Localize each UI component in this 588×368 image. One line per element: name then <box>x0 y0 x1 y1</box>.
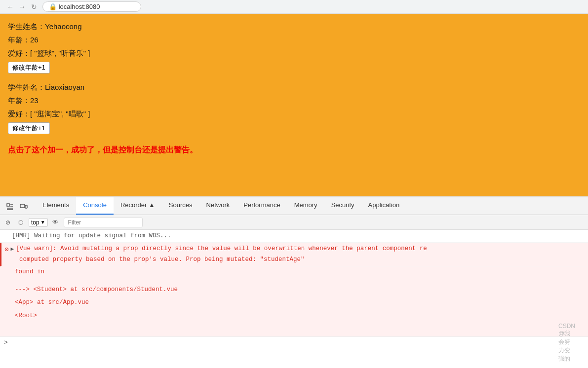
back-button[interactable]: ← <box>6 2 15 11</box>
pause-on-exceptions-icon[interactable]: ⬡ <box>16 218 26 227</box>
inspect-element-icon[interactable] <box>4 201 16 213</box>
student2-block: 学生姓名：Liaoxiaoyan 年龄：23 爱好：[ "逛淘宝", "唱歌" … <box>8 80 580 140</box>
devtools-panel: Elements Console Recorder ▲ Sources Netw… <box>0 196 588 368</box>
student1-age: 年龄：26 <box>8 33 580 46</box>
error-text-1: [Vue warn]: Avoid mutating a prop direct… <box>16 244 427 254</box>
browser-nav: ← → ↻ <box>6 2 39 11</box>
forward-button[interactable]: → <box>18 2 27 11</box>
console-error-block: ⊗ ▶ [Vue warn]: Avoid mutating a prop di… <box>0 243 588 266</box>
click-note: 点击了这个加一，成功了，但是控制台还是提出警告。 <box>8 145 580 155</box>
tab-network[interactable]: Network <box>199 197 237 215</box>
student1-block: 学生姓名：Yehaocong 年龄：26 爱好：[ "篮球", "听音乐" ] … <box>8 20 580 79</box>
svg-rect-6 <box>25 205 27 208</box>
reload-button[interactable]: ↻ <box>30 2 39 11</box>
show-live-expressions-icon[interactable]: 👁 <box>51 218 61 227</box>
console-output: [HMR] Waiting for update signal from WDS… <box>0 230 588 368</box>
tab-console[interactable]: Console <box>76 197 114 215</box>
console-hmr-line: [HMR] Waiting for update signal from WDS… <box>0 230 588 243</box>
student2-age: 年龄：23 <box>8 94 580 107</box>
tab-sources[interactable]: Sources <box>162 197 199 215</box>
tab-memory[interactable]: Memory <box>287 197 324 215</box>
address-bar[interactable]: 🔒 localhost:8080 <box>42 1 141 12</box>
student1-name: 学生姓名：Yehaocong <box>8 20 580 33</box>
error-row-main: ⊗ ▶ [Vue warn]: Avoid mutating a prop di… <box>4 244 584 255</box>
tab-security[interactable]: Security <box>324 197 361 215</box>
console-blank-line <box>0 275 588 284</box>
student2-modify-btn[interactable]: 修改年龄+1 <box>8 122 50 134</box>
console-prompt: > <box>4 339 8 346</box>
chevron-down-icon: ▼ <box>40 220 45 225</box>
console-stack-3: <Root> <box>0 310 588 324</box>
tab-elements[interactable]: Elements <box>36 197 76 215</box>
devtools-toolbar: ⊘ ⬡ top ▼ 👁 <box>0 215 588 230</box>
devtools-tabbar: Elements Console Recorder ▲ Sources Netw… <box>0 197 588 215</box>
svg-rect-0 <box>7 204 9 206</box>
page-content: 学生姓名：Yehaocong 年龄：26 爱好：[ "篮球", "听音乐" ] … <box>0 14 588 196</box>
console-stack-1: ---> <Student> at src/components/Student… <box>0 284 588 297</box>
console-stack-blank <box>0 323 588 336</box>
device-toolbar-icon[interactable] <box>18 201 30 213</box>
error-circle-icon: ⊗ <box>4 245 8 255</box>
error-text-2: computed property based on the prop's va… <box>19 256 305 263</box>
svg-rect-5 <box>20 204 25 208</box>
browser-bar: ← → ↻ 🔒 localhost:8080 <box>0 0 588 14</box>
student1-hobby: 爱好：[ "篮球", "听音乐" ] <box>8 46 580 60</box>
tab-application[interactable]: Application <box>361 197 407 215</box>
student2-hobby: 爱好：[ "逛淘宝", "唱歌" ] <box>8 107 580 120</box>
context-selector[interactable]: top ▼ <box>29 218 48 227</box>
student1-modify-btn[interactable]: 修改年龄+1 <box>8 62 50 74</box>
tab-performance[interactable]: Performance <box>236 197 287 215</box>
tab-recorder[interactable]: Recorder ▲ <box>114 197 162 215</box>
devtools-icons <box>4 201 30 215</box>
student2-name: 学生姓名：Liaoxiaoyan <box>8 80 580 94</box>
console-stack-2: <App> at src/App.vue <box>0 297 588 310</box>
console-found-in: found in <box>0 266 588 275</box>
console-filter-input[interactable] <box>64 218 143 227</box>
csdn-watermark: CSDN @我会努力变强的 <box>558 323 575 363</box>
console-input-line: > <box>0 336 588 348</box>
clear-console-icon[interactable]: ⊘ <box>3 218 13 227</box>
error-expand-icon[interactable]: ▶ <box>10 245 14 254</box>
